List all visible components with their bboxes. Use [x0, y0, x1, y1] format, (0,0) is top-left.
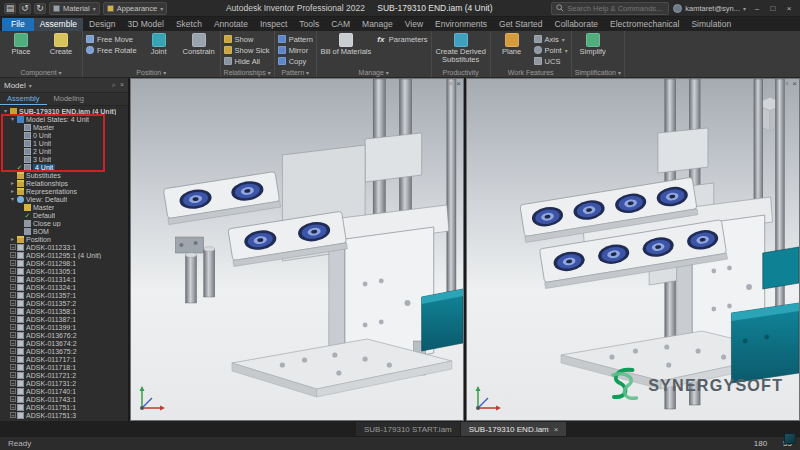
- tree-part-item[interactable]: +ADSK-013675:2: [0, 347, 128, 355]
- ribbon-tab-simulation[interactable]: Simulation: [685, 18, 737, 31]
- show-button[interactable]: Show: [224, 34, 270, 44]
- close-window-icon[interactable]: ×: [792, 79, 797, 88]
- expander-icon[interactable]: +: [10, 308, 16, 314]
- browser-search-icon[interactable]: ⌕: [112, 81, 116, 89]
- close-tab-icon[interactable]: ×: [554, 425, 559, 434]
- browser-tab-modeling[interactable]: Modeling: [47, 93, 91, 105]
- point-button[interactable]: Point ▾: [534, 45, 568, 55]
- ribbon-tab-electromechanical[interactable]: Electromechanical: [604, 18, 685, 31]
- save-icon[interactable]: ▤: [4, 3, 16, 14]
- tree-part-item[interactable]: +ADSK-011387:1: [0, 315, 128, 323]
- expander-icon[interactable]: ▸: [9, 236, 16, 242]
- joint-button[interactable]: Joint: [141, 32, 177, 56]
- expander-icon[interactable]: ▸: [9, 188, 16, 194]
- close-window-icon[interactable]: ×: [456, 79, 461, 88]
- viewport-right[interactable]: ▫ ×: [466, 78, 800, 421]
- tree-part-item[interactable]: +ADSK-013676:2: [0, 331, 128, 339]
- browser-close-icon[interactable]: ×: [120, 81, 124, 89]
- expander-icon[interactable]: +: [10, 244, 16, 250]
- tree-root-assembly[interactable]: ▾SUB-179310 END.iam (4 Unit): [0, 107, 128, 115]
- inventor-logo-icon[interactable]: [784, 433, 796, 444]
- tree-model-state-2-unit[interactable]: 2 Unit: [0, 147, 128, 155]
- tree-part-item[interactable]: +ADSK-011233:1: [0, 243, 128, 251]
- group-label-manage[interactable]: Manage▾: [320, 67, 428, 77]
- ribbon-tab-manage[interactable]: Manage: [356, 18, 399, 31]
- tree-part-item[interactable]: +ADSK-013674:2: [0, 339, 128, 347]
- bill-of-materials-button[interactable]: Bill of Materials: [320, 32, 372, 56]
- minimize-icon[interactable]: –: [750, 4, 764, 13]
- doc-tab-end[interactable]: SUB-179310 END.iam ×: [461, 422, 567, 436]
- expander-icon[interactable]: +: [10, 388, 16, 394]
- copy-button[interactable]: Copy: [278, 56, 313, 66]
- expander-icon[interactable]: ▸: [9, 180, 16, 186]
- free-move-button[interactable]: Free Move: [86, 34, 137, 44]
- expander-icon[interactable]: +: [10, 380, 16, 386]
- tree-model-states[interactable]: ▾Model States: 4 Unit: [0, 115, 128, 123]
- ribbon-tab-sketch[interactable]: Sketch: [170, 18, 208, 31]
- tree-part-item[interactable]: +ADSK-011743:1: [0, 395, 128, 403]
- tree-representations[interactable]: ▸Representations: [0, 187, 128, 195]
- tree-part-item[interactable]: +ADSK-011357:1: [0, 291, 128, 299]
- tree-part-item[interactable]: +ADSK-011751:3: [0, 411, 128, 419]
- expander-icon[interactable]: +: [10, 364, 16, 370]
- hide-all-button[interactable]: Hide All: [224, 56, 270, 66]
- create-derived-substitutes-button[interactable]: Create Derived Substitutes: [435, 32, 487, 64]
- tree-view-master[interactable]: Master: [0, 203, 128, 211]
- ribbon-tab-3d-model[interactable]: 3D Model: [122, 18, 170, 31]
- chevron-down-icon[interactable]: ▾: [29, 82, 32, 89]
- file-tab[interactable]: File: [2, 18, 34, 31]
- tree-part-item[interactable]: +ADSK-011295:1 (4 Unit): [0, 251, 128, 259]
- group-label-position[interactable]: Position▾: [86, 67, 217, 77]
- expander-icon[interactable]: +: [10, 332, 16, 338]
- tree-part-item[interactable]: +ADSK-011324:1: [0, 283, 128, 291]
- pattern-button[interactable]: Pattern: [278, 34, 313, 44]
- tree-part-item[interactable]: +ADSK-011298:1: [0, 259, 128, 267]
- expander-icon[interactable]: +: [10, 348, 16, 354]
- free-rotate-button[interactable]: Free Rotate: [86, 45, 137, 55]
- tree-part-item[interactable]: +ADSK-011740:1: [0, 387, 128, 395]
- tree-part-item[interactable]: +ADSK-011751:1: [0, 403, 128, 411]
- redo-icon[interactable]: ↻: [34, 3, 46, 14]
- tree-model-state-3-unit[interactable]: 3 Unit: [0, 155, 128, 163]
- tree-part-item[interactable]: +ADSK-011357:2: [0, 299, 128, 307]
- ribbon-tab-cam[interactable]: CAM: [325, 18, 356, 31]
- doc-tab-start[interactable]: SUB-179310 START.iam: [356, 422, 460, 436]
- tree-position[interactable]: ▸Position: [0, 235, 128, 243]
- assembly-3d-view-left[interactable]: [131, 79, 463, 420]
- group-label-component[interactable]: Component▾: [3, 67, 79, 77]
- group-label-relationships[interactable]: Relationships▾: [224, 67, 271, 77]
- help-search-box[interactable]: [551, 2, 669, 15]
- ribbon-tab-inspect[interactable]: Inspect: [254, 18, 293, 31]
- group-label-pattern[interactable]: Pattern▾: [278, 67, 313, 77]
- ribbon-tab-annotate[interactable]: Annotate: [208, 18, 254, 31]
- expander-icon[interactable]: +: [10, 284, 16, 290]
- create-button[interactable]: Create: [43, 32, 79, 56]
- ribbon-tab-design[interactable]: Design: [83, 18, 121, 31]
- ribbon-tab-tools[interactable]: Tools: [293, 18, 325, 31]
- tree-model-state-master[interactable]: Master: [0, 123, 128, 131]
- viewport-left[interactable]: ▫ ×: [130, 78, 464, 421]
- ribbon-tab-get-started[interactable]: Get Started: [493, 18, 548, 31]
- restore-window-icon[interactable]: ▫: [449, 79, 452, 88]
- close-icon[interactable]: ×: [782, 4, 796, 13]
- expander-icon[interactable]: +: [10, 260, 16, 266]
- ribbon-tab-assemble[interactable]: Assemble: [34, 18, 83, 31]
- expander-icon[interactable]: +: [10, 316, 16, 322]
- search-input[interactable]: [567, 4, 664, 13]
- expander-icon[interactable]: ▾: [9, 196, 16, 202]
- expander-icon[interactable]: +: [10, 324, 16, 330]
- expander-icon[interactable]: +: [10, 412, 16, 418]
- tree-part-item[interactable]: +ADSK-011721:2: [0, 371, 128, 379]
- expander-icon[interactable]: +: [10, 292, 16, 298]
- ribbon-tab-environments[interactable]: Environments: [429, 18, 493, 31]
- expander-icon[interactable]: ✓: [16, 164, 23, 171]
- tree-view-bom[interactable]: BOM: [0, 227, 128, 235]
- appearance-dropdown[interactable]: Appearance ▾: [103, 2, 167, 15]
- ucs-button[interactable]: UCS: [534, 56, 568, 66]
- assembly-3d-view-right[interactable]: SYNERGYSOFT: [467, 79, 799, 420]
- tree-part-item[interactable]: +ADSK-011399:1: [0, 323, 128, 331]
- expander-icon[interactable]: ▾: [9, 116, 16, 122]
- tree-model-state-4-unit[interactable]: ✓4 Unit: [0, 163, 128, 171]
- place-button[interactable]: Place: [3, 32, 39, 56]
- expander-icon[interactable]: +: [10, 276, 16, 282]
